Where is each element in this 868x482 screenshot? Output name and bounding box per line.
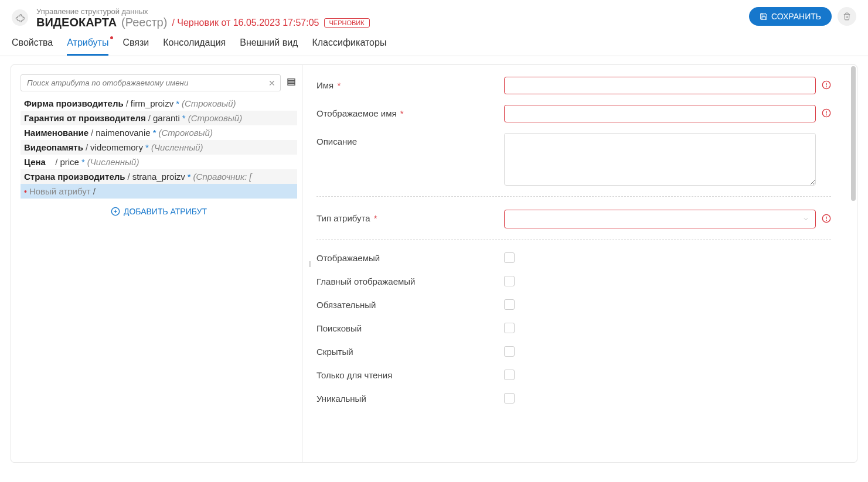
readonly-checkbox[interactable] bbox=[504, 370, 515, 380]
tabs: Свойства Атрибуты Связи Консолидация Вне… bbox=[0, 29, 868, 56]
label-attr-type: Тип атрибута * bbox=[316, 210, 504, 223]
title-main: ВИДЕОКАРТА bbox=[36, 16, 117, 29]
puzzle-icon bbox=[12, 9, 28, 26]
checkbox-row: Уникальный bbox=[316, 393, 831, 404]
delete-button[interactable] bbox=[838, 7, 856, 26]
tab-dot-icon bbox=[110, 36, 113, 39]
error-icon bbox=[822, 108, 831, 119]
attribute-item[interactable]: Цена / price * (Численный) bbox=[21, 155, 297, 169]
searchable-checkbox[interactable] bbox=[504, 323, 515, 333]
tab-attributes[interactable]: Атрибуты bbox=[67, 37, 108, 56]
attr-type-select[interactable] bbox=[504, 210, 816, 228]
attribute-item-new[interactable]: •Новый атрибут / bbox=[21, 184, 297, 199]
search-wrap: ✕ bbox=[21, 74, 281, 91]
unique-checkbox[interactable] bbox=[504, 393, 515, 404]
attribute-item[interactable]: Фирма производитель / firm_proizv * (Стр… bbox=[21, 96, 297, 111]
error-icon bbox=[822, 80, 831, 91]
checkbox-row: Скрытый bbox=[316, 346, 831, 357]
search-row: ✕ bbox=[21, 74, 297, 91]
chevron-down-icon bbox=[802, 216, 809, 223]
required-checkbox[interactable] bbox=[504, 299, 515, 310]
form-row-attr-type: Тип атрибута * bbox=[316, 210, 831, 228]
displayed-checkbox[interactable] bbox=[504, 252, 515, 263]
checkbox-row: Главный отображаемый bbox=[316, 276, 831, 286]
scrollbar[interactable] bbox=[849, 65, 857, 462]
tab-relations[interactable]: Связи bbox=[122, 37, 149, 56]
attribute-item[interactable]: Страна производитель / strana_proizv * (… bbox=[21, 169, 297, 184]
svg-rect-0 bbox=[288, 79, 295, 81]
header-title: ВИДЕОКАРТА (Реестр) / Черновик от 16.05.… bbox=[36, 16, 749, 29]
attribute-list: Фирма производитель / firm_proizv * (Стр… bbox=[21, 96, 297, 199]
tab-properties[interactable]: Свойства bbox=[12, 37, 53, 56]
main-panel: ✕ Фирма производитель / firm_proizv * (С… bbox=[11, 64, 857, 463]
draft-badge: ЧЕРНОВИК bbox=[324, 18, 370, 28]
label-name: Имя * bbox=[316, 77, 504, 90]
header-subtitle: Управление структурой данных bbox=[36, 7, 749, 16]
name-field[interactable] bbox=[504, 77, 816, 94]
divider bbox=[316, 196, 831, 197]
tab-appearance[interactable]: Внешний вид bbox=[240, 37, 298, 56]
checkbox-row: Только для чтения bbox=[316, 370, 831, 380]
attribute-item[interactable]: Наименование / naimenovanie * (Строковый… bbox=[21, 125, 297, 140]
header-text: Управление структурой данных ВИДЕОКАРТА … bbox=[36, 7, 749, 29]
trash-icon bbox=[843, 12, 851, 20]
form-row-name: Имя * bbox=[316, 77, 831, 94]
resize-handle-icon[interactable]: || bbox=[309, 260, 310, 267]
save-label: СОХРАНИТЬ bbox=[771, 12, 821, 21]
main-displayed-checkbox[interactable] bbox=[504, 276, 515, 286]
checkbox-row: Обязательный bbox=[316, 299, 831, 310]
divider bbox=[316, 239, 831, 240]
search-input[interactable] bbox=[21, 75, 280, 91]
header: Управление структурой данных ВИДЕОКАРТА … bbox=[0, 0, 868, 29]
label-description: Описание bbox=[316, 133, 504, 146]
checkbox-row: Поисковый bbox=[316, 323, 831, 333]
svg-point-11 bbox=[826, 115, 827, 115]
add-attribute-button[interactable]: ДОБАВИТЬ АТРИБУТ bbox=[21, 199, 297, 224]
plus-circle-icon bbox=[111, 207, 120, 216]
form-row-display-name: Отображаемое имя * bbox=[316, 105, 831, 122]
display-name-field[interactable] bbox=[504, 105, 816, 122]
header-actions: СОХРАНИТЬ bbox=[749, 7, 856, 26]
label-display-name: Отображаемое имя * bbox=[316, 105, 504, 118]
attribute-form-panel: Имя * Отображаемое имя * Описание Тип ат… bbox=[302, 65, 849, 462]
svg-rect-1 bbox=[288, 81, 295, 83]
tab-classifiers[interactable]: Классификаторы bbox=[312, 37, 386, 56]
svg-point-8 bbox=[826, 87, 827, 87]
attribute-list-panel: ✕ Фирма производитель / firm_proizv * (С… bbox=[11, 65, 302, 462]
tab-consolidation[interactable]: Консолидация bbox=[163, 37, 226, 56]
description-field[interactable] bbox=[504, 133, 816, 186]
save-icon bbox=[760, 12, 768, 20]
save-button[interactable]: СОХРАНИТЬ bbox=[749, 7, 832, 26]
draft-text: / Черновик от 16.05.2023 17:57:05 bbox=[172, 18, 319, 28]
title-paren: (Реестр) bbox=[121, 16, 167, 29]
search-clear-icon[interactable]: ✕ bbox=[268, 78, 275, 88]
checkbox-row: Отображаемый bbox=[316, 252, 831, 263]
attribute-item[interactable]: Видеопамять / videomemory * (Численный) bbox=[21, 140, 297, 155]
columns-settings-icon[interactable] bbox=[285, 76, 297, 90]
hidden-checkbox[interactable] bbox=[504, 346, 515, 357]
form-row-description: Описание bbox=[316, 133, 831, 186]
scrollbar-thumb[interactable] bbox=[851, 66, 856, 201]
error-icon bbox=[822, 214, 831, 225]
attribute-item[interactable]: Гарантия от производителя / garanti * (С… bbox=[21, 111, 297, 125]
svg-rect-2 bbox=[288, 84, 295, 86]
svg-point-14 bbox=[826, 220, 827, 221]
